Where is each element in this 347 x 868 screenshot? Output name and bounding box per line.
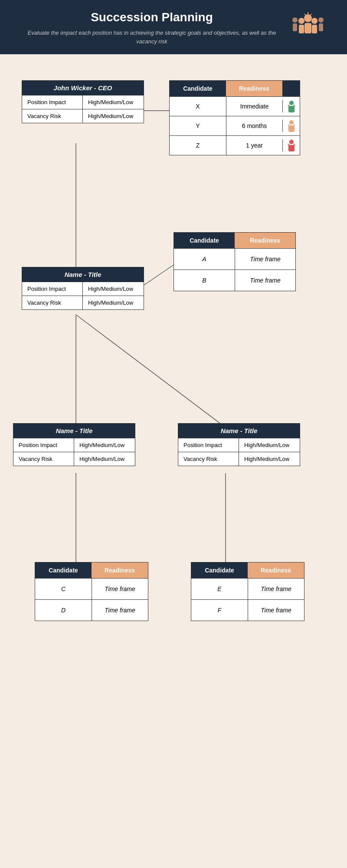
bottom-left-candidate-row-d: D Time frame bbox=[35, 599, 148, 621]
bottom-left-position-impact-row: Position Impact High/Medium/Low bbox=[13, 438, 135, 452]
mid-position-impact-row: Position Impact High/Medium/Low bbox=[22, 282, 144, 296]
ceo-readiness-col-header: Readiness bbox=[226, 81, 282, 96]
mid-readiness-a: Time frame bbox=[235, 249, 295, 270]
person-red-icon bbox=[286, 139, 297, 151]
bottom-left-position-impact-value: High/Medium/Low bbox=[74, 438, 135, 452]
svg-point-2 bbox=[318, 17, 324, 23]
ceo-position-card: John Wicker - CEO Position Impact High/M… bbox=[22, 80, 144, 123]
svg-rect-25 bbox=[288, 125, 295, 132]
ceo-position-impact-label: Position Impact bbox=[22, 95, 83, 109]
layout-container: John Wicker - CEO Position Impact High/M… bbox=[13, 67, 334, 868]
svg-rect-7 bbox=[312, 25, 317, 33]
bottom-left-vacancy-risk-label: Vacancy Risk bbox=[13, 452, 74, 466]
bottom-left-vacancy-risk-row: Vacancy Risk High/Medium/Low bbox=[13, 452, 135, 466]
ceo-candidate-row-y: Y 6 months bbox=[170, 116, 300, 135]
ceo-icon-y bbox=[282, 120, 300, 132]
mid-position-impact-value: High/Medium/Low bbox=[83, 282, 144, 296]
connector-lines bbox=[13, 67, 334, 868]
bottom-right-card-header: Name - Title bbox=[178, 424, 300, 438]
bottom-right-vacancy-risk-row: Vacancy Risk High/Medium/Low bbox=[178, 452, 300, 466]
svg-line-15 bbox=[139, 263, 177, 289]
bottom-right-candidate-col-header: Candidate bbox=[191, 562, 248, 578]
bottom-left-candidate-col-header: Candidate bbox=[35, 562, 92, 578]
ceo-candidate-col-header: Candidate bbox=[170, 81, 226, 96]
svg-rect-5 bbox=[299, 25, 304, 33]
bottom-left-candidate-table: Candidate Readiness C Time frame D Time … bbox=[35, 562, 148, 621]
bottom-right-position-card: Name - Title Position Impact High/Medium… bbox=[178, 423, 300, 466]
header-title: Succession Planning bbox=[17, 10, 286, 24]
svg-point-4 bbox=[298, 18, 304, 24]
ceo-candidate-y: Y bbox=[170, 116, 226, 135]
ceo-candidate-z: Z bbox=[170, 136, 226, 155]
header-icon-area bbox=[286, 12, 330, 44]
svg-rect-9 bbox=[304, 23, 311, 33]
ceo-readiness-z: 1 year bbox=[226, 136, 282, 155]
svg-point-0 bbox=[292, 17, 298, 23]
mid-position-card: Name - Title Position Impact High/Medium… bbox=[22, 267, 144, 310]
ceo-candidate-row-x: X Immediate bbox=[170, 96, 300, 116]
svg-point-28 bbox=[289, 140, 294, 144]
header-text: Succession Planning Evaluate the impact … bbox=[17, 10, 286, 46]
mid-candidate-row-b: B Time frame bbox=[174, 270, 295, 291]
ceo-candidate-row-z: Z 1 year bbox=[170, 135, 300, 155]
people-group-icon bbox=[288, 12, 327, 43]
ceo-icon-z bbox=[282, 139, 300, 151]
mid-position-impact-label: Position Impact bbox=[22, 282, 83, 296]
person-orange-icon bbox=[286, 120, 297, 132]
mid-candidate-row-a: A Time frame bbox=[174, 248, 295, 270]
mid-candidate-b: B bbox=[174, 270, 235, 291]
bottom-right-position-impact-value: High/Medium/Low bbox=[239, 438, 300, 452]
mid-vacancy-risk-row: Vacancy Risk High/Medium/Low bbox=[22, 296, 144, 309]
bottom-right-readiness-e: Time frame bbox=[248, 579, 304, 599]
svg-line-11 bbox=[304, 14, 306, 16]
mid-card-header: Name - Title bbox=[22, 267, 144, 282]
bottom-right-position-impact-label: Position Impact bbox=[178, 438, 239, 452]
bottom-left-position-card: Name - Title Position Impact High/Medium… bbox=[13, 423, 135, 466]
mid-vacancy-risk-value: High/Medium/Low bbox=[83, 296, 144, 309]
ceo-card-header: John Wicker - CEO bbox=[22, 81, 144, 95]
bottom-left-candidate-d: D bbox=[35, 600, 92, 621]
ceo-readiness-y: 6 months bbox=[226, 116, 282, 135]
bottom-left-candidate-c: C bbox=[35, 579, 92, 599]
svg-rect-21 bbox=[288, 106, 295, 112]
bottom-right-position-impact-row: Position Impact High/Medium/Low bbox=[178, 438, 300, 452]
ceo-candidate-table: Candidate Readiness X Immediate bbox=[169, 80, 300, 155]
ceo-vacancy-risk-row: Vacancy Risk High/Medium/Low bbox=[22, 109, 144, 123]
bottom-right-candidate-f: F bbox=[191, 600, 248, 621]
mid-readiness-b: Time frame bbox=[235, 270, 295, 291]
bottom-right-candidate-row-f: F Time frame bbox=[191, 599, 304, 621]
mid-candidate-table: Candidate Readiness A Time frame B Time … bbox=[174, 232, 296, 291]
header-subtitle: Evaluate the impact each position has in… bbox=[17, 29, 286, 46]
svg-point-20 bbox=[289, 101, 294, 105]
bottom-right-candidate-e: E bbox=[191, 579, 248, 599]
ceo-icon-x bbox=[282, 100, 300, 112]
mid-vacancy-risk-label: Vacancy Risk bbox=[22, 296, 83, 309]
svg-rect-29 bbox=[288, 145, 295, 151]
ceo-candidate-table-header: Candidate Readiness bbox=[170, 81, 300, 96]
bottom-right-vacancy-risk-label: Vacancy Risk bbox=[178, 452, 239, 466]
svg-line-12 bbox=[310, 14, 311, 16]
bottom-left-position-impact-label: Position Impact bbox=[13, 438, 74, 452]
bottom-right-candidate-table-header: Candidate Readiness bbox=[191, 562, 304, 578]
bottom-right-candidate-row-e: E Time frame bbox=[191, 578, 304, 599]
svg-point-6 bbox=[311, 18, 318, 24]
main-content: John Wicker - CEO Position Impact High/M… bbox=[0, 54, 347, 868]
svg-rect-1 bbox=[293, 23, 297, 31]
bottom-left-candidate-table-header: Candidate Readiness bbox=[35, 562, 148, 578]
ceo-position-impact-row: Position Impact High/Medium/Low bbox=[22, 95, 144, 109]
bottom-left-card-header: Name - Title bbox=[13, 424, 135, 438]
ceo-candidate-x: X bbox=[170, 97, 226, 116]
ceo-readiness-x: Immediate bbox=[226, 97, 282, 116]
bottom-right-candidate-table: Candidate Readiness E Time frame F Time … bbox=[191, 562, 304, 621]
mid-candidate-table-header: Candidate Readiness bbox=[174, 233, 295, 248]
svg-line-17 bbox=[76, 315, 226, 427]
mid-candidate-a: A bbox=[174, 249, 235, 270]
bottom-right-readiness-f: Time frame bbox=[248, 600, 304, 621]
header: Succession Planning Evaluate the impact … bbox=[0, 0, 347, 54]
bottom-right-readiness-col-header: Readiness bbox=[248, 562, 304, 578]
bottom-left-readiness-d: Time frame bbox=[92, 600, 148, 621]
bottom-left-readiness-col-header: Readiness bbox=[92, 562, 148, 578]
ceo-vacancy-risk-label: Vacancy Risk bbox=[22, 109, 83, 123]
svg-point-24 bbox=[289, 120, 294, 125]
svg-rect-3 bbox=[319, 23, 323, 31]
